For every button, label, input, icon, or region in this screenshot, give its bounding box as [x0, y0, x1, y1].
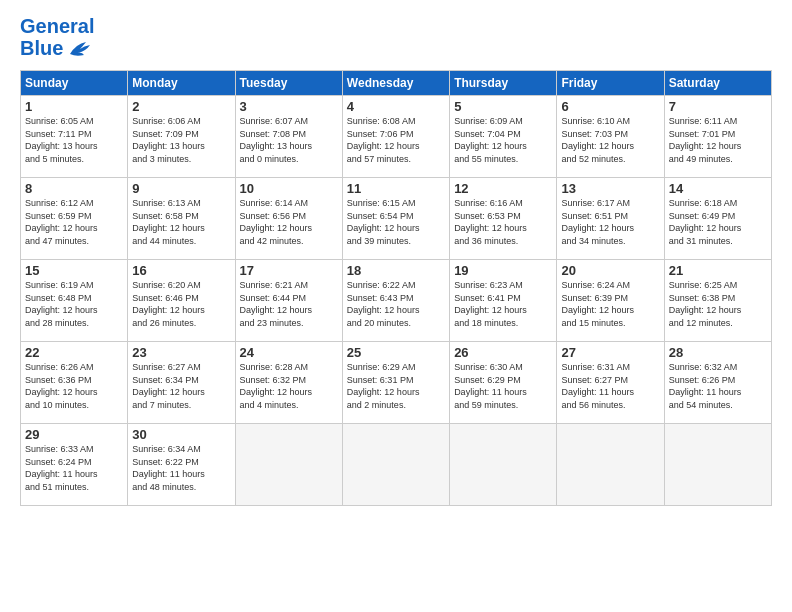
day-info: Sunrise: 6:24 AM Sunset: 6:39 PM Dayligh… [561, 279, 659, 329]
weekday-header-wednesday: Wednesday [342, 71, 449, 96]
day-info: Sunrise: 6:30 AM Sunset: 6:29 PM Dayligh… [454, 361, 552, 411]
day-info: Sunrise: 6:32 AM Sunset: 6:26 PM Dayligh… [669, 361, 767, 411]
calendar-cell: 10Sunrise: 6:14 AM Sunset: 6:56 PM Dayli… [235, 178, 342, 260]
day-number: 29 [25, 427, 123, 442]
day-number: 23 [132, 345, 230, 360]
day-number: 25 [347, 345, 445, 360]
weekday-header-sunday: Sunday [21, 71, 128, 96]
calendar-cell [235, 424, 342, 506]
calendar-cell: 7Sunrise: 6:11 AM Sunset: 7:01 PM Daylig… [664, 96, 771, 178]
calendar-cell [557, 424, 664, 506]
calendar-cell: 24Sunrise: 6:28 AM Sunset: 6:32 PM Dayli… [235, 342, 342, 424]
day-info: Sunrise: 6:06 AM Sunset: 7:09 PM Dayligh… [132, 115, 230, 165]
logo-bird-icon [66, 39, 94, 59]
day-info: Sunrise: 6:16 AM Sunset: 6:53 PM Dayligh… [454, 197, 552, 247]
day-number: 5 [454, 99, 552, 114]
weekday-header-tuesday: Tuesday [235, 71, 342, 96]
calendar-cell [450, 424, 557, 506]
day-info: Sunrise: 6:14 AM Sunset: 6:56 PM Dayligh… [240, 197, 338, 247]
calendar-cell [342, 424, 449, 506]
day-info: Sunrise: 6:26 AM Sunset: 6:36 PM Dayligh… [25, 361, 123, 411]
day-number: 14 [669, 181, 767, 196]
calendar-cell: 20Sunrise: 6:24 AM Sunset: 6:39 PM Dayli… [557, 260, 664, 342]
day-number: 18 [347, 263, 445, 278]
day-number: 21 [669, 263, 767, 278]
day-info: Sunrise: 6:23 AM Sunset: 6:41 PM Dayligh… [454, 279, 552, 329]
day-info: Sunrise: 6:20 AM Sunset: 6:46 PM Dayligh… [132, 279, 230, 329]
day-info: Sunrise: 6:25 AM Sunset: 6:38 PM Dayligh… [669, 279, 767, 329]
calendar-week-5: 29Sunrise: 6:33 AM Sunset: 6:24 PM Dayli… [21, 424, 772, 506]
day-info: Sunrise: 6:07 AM Sunset: 7:08 PM Dayligh… [240, 115, 338, 165]
calendar-cell: 30Sunrise: 6:34 AM Sunset: 6:22 PM Dayli… [128, 424, 235, 506]
logo: General Blue [20, 15, 94, 60]
calendar-cell: 2Sunrise: 6:06 AM Sunset: 7:09 PM Daylig… [128, 96, 235, 178]
day-number: 28 [669, 345, 767, 360]
day-number: 19 [454, 263, 552, 278]
calendar-cell: 27Sunrise: 6:31 AM Sunset: 6:27 PM Dayli… [557, 342, 664, 424]
day-info: Sunrise: 6:05 AM Sunset: 7:11 PM Dayligh… [25, 115, 123, 165]
weekday-header-friday: Friday [557, 71, 664, 96]
day-info: Sunrise: 6:11 AM Sunset: 7:01 PM Dayligh… [669, 115, 767, 165]
day-number: 17 [240, 263, 338, 278]
calendar-week-3: 15Sunrise: 6:19 AM Sunset: 6:48 PM Dayli… [21, 260, 772, 342]
day-number: 26 [454, 345, 552, 360]
calendar-cell: 1Sunrise: 6:05 AM Sunset: 7:11 PM Daylig… [21, 96, 128, 178]
day-info: Sunrise: 6:10 AM Sunset: 7:03 PM Dayligh… [561, 115, 659, 165]
calendar-cell: 16Sunrise: 6:20 AM Sunset: 6:46 PM Dayli… [128, 260, 235, 342]
calendar-week-2: 8Sunrise: 6:12 AM Sunset: 6:59 PM Daylig… [21, 178, 772, 260]
calendar-cell: 21Sunrise: 6:25 AM Sunset: 6:38 PM Dayli… [664, 260, 771, 342]
day-info: Sunrise: 6:13 AM Sunset: 6:58 PM Dayligh… [132, 197, 230, 247]
day-info: Sunrise: 6:12 AM Sunset: 6:59 PM Dayligh… [25, 197, 123, 247]
day-number: 30 [132, 427, 230, 442]
day-info: Sunrise: 6:33 AM Sunset: 6:24 PM Dayligh… [25, 443, 123, 493]
calendar-week-1: 1Sunrise: 6:05 AM Sunset: 7:11 PM Daylig… [21, 96, 772, 178]
logo-general: General [20, 15, 94, 37]
day-number: 20 [561, 263, 659, 278]
day-info: Sunrise: 6:15 AM Sunset: 6:54 PM Dayligh… [347, 197, 445, 247]
day-number: 4 [347, 99, 445, 114]
day-number: 11 [347, 181, 445, 196]
day-number: 2 [132, 99, 230, 114]
calendar-cell: 26Sunrise: 6:30 AM Sunset: 6:29 PM Dayli… [450, 342, 557, 424]
day-number: 24 [240, 345, 338, 360]
calendar-header-row: SundayMondayTuesdayWednesdayThursdayFrid… [21, 71, 772, 96]
day-number: 7 [669, 99, 767, 114]
header: General Blue [20, 15, 772, 60]
day-number: 22 [25, 345, 123, 360]
calendar-cell: 25Sunrise: 6:29 AM Sunset: 6:31 PM Dayli… [342, 342, 449, 424]
day-number: 10 [240, 181, 338, 196]
day-info: Sunrise: 6:31 AM Sunset: 6:27 PM Dayligh… [561, 361, 659, 411]
day-number: 13 [561, 181, 659, 196]
calendar-cell: 11Sunrise: 6:15 AM Sunset: 6:54 PM Dayli… [342, 178, 449, 260]
calendar-cell [664, 424, 771, 506]
logo-blue: Blue [20, 37, 63, 60]
day-info: Sunrise: 6:08 AM Sunset: 7:06 PM Dayligh… [347, 115, 445, 165]
day-number: 3 [240, 99, 338, 114]
calendar-cell: 17Sunrise: 6:21 AM Sunset: 6:44 PM Dayli… [235, 260, 342, 342]
calendar-cell: 23Sunrise: 6:27 AM Sunset: 6:34 PM Dayli… [128, 342, 235, 424]
calendar-cell: 6Sunrise: 6:10 AM Sunset: 7:03 PM Daylig… [557, 96, 664, 178]
calendar-cell: 8Sunrise: 6:12 AM Sunset: 6:59 PM Daylig… [21, 178, 128, 260]
calendar-table: SundayMondayTuesdayWednesdayThursdayFrid… [20, 70, 772, 506]
calendar-cell: 12Sunrise: 6:16 AM Sunset: 6:53 PM Dayli… [450, 178, 557, 260]
day-number: 12 [454, 181, 552, 196]
weekday-header-monday: Monday [128, 71, 235, 96]
calendar-cell: 22Sunrise: 6:26 AM Sunset: 6:36 PM Dayli… [21, 342, 128, 424]
day-number: 1 [25, 99, 123, 114]
day-number: 8 [25, 181, 123, 196]
day-info: Sunrise: 6:21 AM Sunset: 6:44 PM Dayligh… [240, 279, 338, 329]
day-info: Sunrise: 6:18 AM Sunset: 6:49 PM Dayligh… [669, 197, 767, 247]
calendar-cell: 18Sunrise: 6:22 AM Sunset: 6:43 PM Dayli… [342, 260, 449, 342]
day-number: 6 [561, 99, 659, 114]
day-info: Sunrise: 6:22 AM Sunset: 6:43 PM Dayligh… [347, 279, 445, 329]
calendar-body: 1Sunrise: 6:05 AM Sunset: 7:11 PM Daylig… [21, 96, 772, 506]
calendar-cell: 28Sunrise: 6:32 AM Sunset: 6:26 PM Dayli… [664, 342, 771, 424]
day-info: Sunrise: 6:29 AM Sunset: 6:31 PM Dayligh… [347, 361, 445, 411]
calendar-page: General Blue SundayMondayTuesdayWednesda… [0, 0, 792, 612]
calendar-cell: 19Sunrise: 6:23 AM Sunset: 6:41 PM Dayli… [450, 260, 557, 342]
calendar-cell: 4Sunrise: 6:08 AM Sunset: 7:06 PM Daylig… [342, 96, 449, 178]
day-info: Sunrise: 6:27 AM Sunset: 6:34 PM Dayligh… [132, 361, 230, 411]
day-info: Sunrise: 6:17 AM Sunset: 6:51 PM Dayligh… [561, 197, 659, 247]
day-number: 9 [132, 181, 230, 196]
calendar-cell: 29Sunrise: 6:33 AM Sunset: 6:24 PM Dayli… [21, 424, 128, 506]
